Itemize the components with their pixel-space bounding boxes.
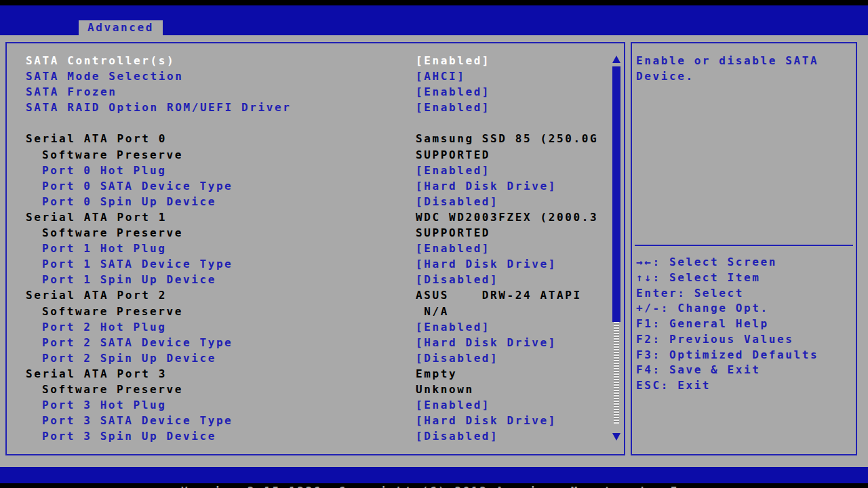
hotkey-list: →←: Select Screen↑↓: Select ItemEnter: S… [636,255,854,394]
hotkey-item: Enter: Select [636,286,854,302]
setting-row[interactable]: Port 3 SATA Device Type[Hard Disk Drive] [26,413,601,428]
tab-bar: Advanced [0,20,868,35]
setting-row[interactable]: Port 1 Hot Plug[Enabled] [26,241,601,256]
setting-row: Software PreserveSUPPORTED [26,225,601,241]
help-divider [635,245,853,246]
setting-row: Serial ATA Port 1WDC WD2003FZEX (2000.3 [26,209,601,225]
scrollbar-track[interactable] [614,322,619,424]
hotkey-item: F4: Save & Exit [636,363,854,378]
setting-label: Software Preserve [26,225,183,241]
setting-label: Port 1 Hot Plug [26,241,167,256]
hotkey-item: →←: Select Screen [636,255,854,270]
setting-label: Software Preserve [26,382,183,397]
setting-value: [Disabled] [416,272,498,287]
setting-label: Port 0 SATA Device Type [26,178,233,194]
setting-row[interactable]: Port 0 Spin Up Device[Disabled] [26,194,601,209]
setting-value: SUPPORTED [416,225,490,241]
setting-value: [AHCI] [416,68,465,84]
setting-value: [Disabled] [416,428,498,444]
setting-row: Software PreserveSUPPORTED [26,147,601,163]
setting-label: Port 2 Spin Up Device [26,350,216,366]
setting-value: Samsung SSD 85 (250.0G [416,131,598,146]
setting-label: Port 0 Spin Up Device [26,194,216,209]
setting-row: Software Preserve N/A [26,304,601,319]
setting-row[interactable]: Port 2 SATA Device Type[Hard Disk Drive] [26,335,601,350]
setting-label: Port 2 Hot Plug [26,319,167,335]
setting-label: Serial ATA Port 3 [26,366,167,382]
bios-screen: SATA Controller(s)[Enabled]SATA Mode Sel… [0,35,868,467]
setting-row[interactable]: Port 1 SATA Device Type[Hard Disk Drive] [26,256,601,272]
setting-label: Software Preserve [26,147,183,163]
setting-value: [Enabled] [416,53,490,68]
setting-label: Port 3 SATA Device Type [26,413,233,428]
setting-row: Software PreserveUnknown [26,382,601,397]
setting-label: Port 2 SATA Device Type [26,335,233,350]
setting-row[interactable]: SATA Frozen[Enabled] [26,84,601,100]
version-text: Version 2.15.1236. Copyright (C) 2012 Am… [181,485,704,488]
setting-row: Serial ATA Port 0Samsung SSD 85 (250.0G [26,131,601,146]
setting-label: Port 1 SATA Device Type [26,256,233,272]
setting-value: [Enabled] [416,100,490,115]
setting-label: Port 3 Hot Plug [26,397,167,413]
setting-label: SATA Controller(s) [26,53,175,68]
setting-label: Serial ATA Port 1 [26,209,167,225]
setting-label: Port 1 Spin Up Device [26,272,216,287]
setting-value: [Disabled] [416,194,498,209]
setting-row[interactable]: Port 1 Spin Up Device[Disabled] [26,272,601,287]
hotkey-item: ↑↓: Select Item [636,270,854,286]
setting-value: N/A [416,304,449,319]
setting-label: Port 3 Spin Up Device [26,428,216,444]
scroll-up-icon[interactable] [612,56,620,63]
setting-value: [Enabled] [416,84,490,100]
setting-value: [Enabled] [416,397,490,413]
setting-row[interactable]: Port 0 Hot Plug[Enabled] [26,163,601,178]
setting-label: SATA RAID Option ROM/UEFI Driver [26,100,291,115]
settings-pane: SATA Controller(s)[Enabled]SATA Mode Sel… [5,42,625,455]
setting-value: [Disabled] [416,350,498,366]
setting-value: [Hard Disk Drive] [416,413,557,428]
blank-row [26,115,601,131]
title-bar: Aptio Setup Utility - Copyright (C) 2012… [0,5,868,20]
setting-label: SATA Frozen [26,84,117,100]
help-pane: Enable or disable SATA Device. →←: Selec… [631,42,857,455]
setting-value: [Hard Disk Drive] [416,256,557,272]
setting-row[interactable]: Port 2 Hot Plug[Enabled] [26,319,601,335]
setting-label: SATA Mode Selection [26,68,183,84]
footer-bar: Version 2.15.1236. Copyright (C) 2012 Am… [0,467,868,483]
setting-value: WDC WD2003FZEX (2000.3 [416,209,598,225]
hotkey-item: F2: Previous Values [636,332,854,348]
scrollbar[interactable] [612,54,621,442]
setting-label: Serial ATA Port 0 [26,131,167,146]
setting-label: Software Preserve [26,304,183,319]
setting-value: Unknown [416,382,474,397]
setting-row[interactable]: SATA RAID Option ROM/UEFI Driver[Enabled… [26,100,601,115]
hotkey-item: F3: Optimized Defaults [636,348,854,363]
help-text: Enable or disable SATA Device. [636,53,850,84]
setting-row[interactable]: Port 3 Hot Plug[Enabled] [26,397,601,413]
setting-row: Serial ATA Port 3Empty [26,366,601,382]
settings-list: SATA Controller(s)[Enabled]SATA Mode Sel… [26,53,601,444]
setting-value: [Enabled] [416,241,490,256]
hotkey-item: ESC: Exit [636,378,854,394]
hotkey-item: +/-: Change Opt. [636,301,854,317]
setting-row[interactable]: SATA Controller(s)[Enabled] [26,53,601,68]
setting-value: [Hard Disk Drive] [416,178,557,194]
scrollbar-thumb[interactable] [612,66,620,322]
setting-value: SUPPORTED [416,147,490,163]
setting-value: [Hard Disk Drive] [416,335,557,350]
scroll-down-icon[interactable] [612,433,620,441]
setting-row[interactable]: Port 2 Spin Up Device[Disabled] [26,350,601,366]
setting-row[interactable]: SATA Mode Selection[AHCI] [26,68,601,84]
tab-advanced[interactable]: Advanced [79,20,163,35]
setting-value: [Enabled] [416,163,490,178]
setting-value: [Enabled] [416,319,490,335]
setting-row[interactable]: Port 0 SATA Device Type[Hard Disk Drive] [26,178,601,194]
hotkey-item: F1: General Help [636,317,854,332]
setting-row[interactable]: Port 3 Spin Up Device[Disabled] [26,428,601,444]
setting-row: Serial ATA Port 2ASUS DRW-24 ATAPI [26,287,601,303]
setting-value: ASUS DRW-24 ATAPI [416,287,582,303]
setting-value: Empty [416,366,457,382]
setting-label: Port 0 Hot Plug [26,163,167,178]
setting-label: Serial ATA Port 2 [26,287,167,303]
